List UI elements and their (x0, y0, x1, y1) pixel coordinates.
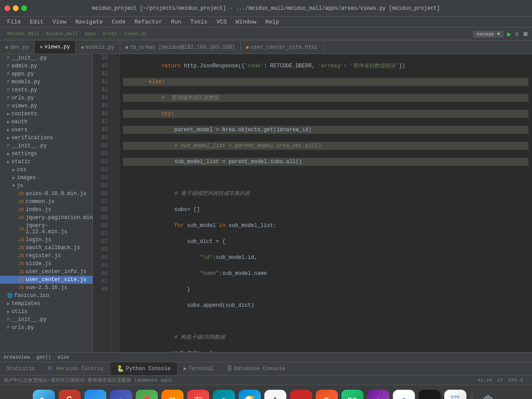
tab-label-models: models.py (86, 44, 114, 51)
breadcrumb-item-5[interactable]: views.py (124, 31, 147, 36)
sidebar-item-static[interactable]: ▶ static (0, 158, 93, 166)
dock-terminal[interactable]: >_ (419, 390, 441, 399)
tab-vc-label: Version Control (56, 366, 104, 372)
sidebar-item-contents[interactable]: ▶ contents (0, 110, 93, 118)
dock-ppt[interactable]: P (316, 390, 338, 399)
menu-refactor[interactable]: Refactor (131, 18, 165, 26)
code-text[interactable]: return http.JsonResponse({'code': RETCOD… (120, 54, 532, 352)
breadcrumb-sep-1: › (41, 31, 44, 36)
sidebar-item-init1[interactable]: P __init__.py (0, 54, 93, 62)
sidebar-item-tests[interactable]: P tests.py (0, 86, 93, 94)
sidebar-item-urls[interactable]: P urls.py (0, 94, 93, 102)
dock-app7[interactable]: 有 (187, 390, 209, 399)
menu-vcs[interactable]: VCS (213, 18, 230, 26)
tab-tb-areas[interactable]: tb_areas [meiduo@192.168.103.168] (120, 41, 241, 54)
code-line-47: # 将子级模型列表转成字典列表 (123, 190, 528, 198)
tab-views-py[interactable]: views.py (35, 41, 76, 54)
toolbar-icon-2[interactable]: ⏹ (522, 31, 528, 38)
menu-tools[interactable]: Tools (187, 18, 211, 26)
sidebar-item-ucsite[interactable]: JS user_center_site.js (0, 276, 93, 284)
sidebar-item-common[interactable]: JS common.js (0, 198, 93, 206)
run-button[interactable]: ▶ (507, 30, 512, 39)
sidebar-item-apps[interactable]: P apps.py (0, 70, 93, 78)
menu-edit[interactable]: Edit (26, 18, 47, 26)
tab-html[interactable]: user_center_site.html (241, 41, 323, 54)
sidebar-item-ucinfo[interactable]: JS user_center_info.js (0, 268, 93, 276)
breadcrumb-item-1[interactable]: meiduo_mall (7, 31, 39, 36)
menu-help[interactable]: Help (262, 18, 282, 26)
sidebar-item-register[interactable]: JS register.js (0, 252, 93, 260)
tab-models-py[interactable]: models.py (76, 41, 120, 54)
minimize-button[interactable] (13, 5, 19, 11)
dock-app8[interactable]: ⚙ (213, 390, 235, 399)
dock-pycharm[interactable]: PC (341, 390, 364, 399)
breadcrumb-item-4[interactable]: areas (102, 31, 117, 36)
sidebar-item-login[interactable]: JS login.js (0, 236, 93, 244)
code-editor[interactable]: 39 40 41 42 43 44 45 46 47 48 49 50 51 5… (93, 54, 532, 352)
code-line-44: # sub_model_list = parent_model.area_set… (123, 142, 528, 150)
dock-trash[interactable]: 🗑 (477, 390, 500, 399)
breadcrumb-sep-3: › (98, 31, 101, 36)
dock-launchpad[interactable]: ⧖ (161, 390, 184, 399)
menu-run[interactable]: Run (168, 18, 185, 26)
tab-statistic[interactable]: Statistic (0, 362, 42, 375)
sidebar-item-settings[interactable]: ▶ settings (0, 150, 93, 158)
sidebar-item-pagination[interactable]: JS jquery.pagination.min.js (0, 214, 93, 222)
tab-database-console[interactable]: 🗄 Database Console (221, 362, 292, 375)
sidebar-item-axios[interactable]: JS axios-0.18.0.min.js (0, 190, 93, 198)
menu-view[interactable]: View (49, 18, 70, 26)
titlebar: meiduo_project [~/projects/meiduo_projec… (0, 0, 532, 17)
sidebar-item-views[interactable]: P views.py (0, 102, 93, 110)
dock-preview[interactable]: 🖼 (444, 390, 466, 399)
sidebar-item-verifications[interactable]: ▶ verifications (0, 134, 93, 142)
sidebar-item-oauth-cb[interactable]: JS oauth_callback.js (0, 244, 93, 252)
dock-app14[interactable]: ◆ (367, 390, 389, 399)
sidebar-item-admin[interactable]: P admin.py (0, 62, 93, 70)
tab-terminal-icon: ▶ (184, 365, 187, 372)
sidebar-item-models[interactable]: P models.py (0, 78, 93, 86)
breadcrumb-item-2[interactable]: meiduo_mall (46, 31, 78, 36)
sidebar-item-users[interactable]: ▶ users (0, 126, 93, 134)
sidebar-item-utils[interactable]: ▶ utils (0, 308, 93, 316)
menu-code[interactable]: Code (108, 18, 129, 26)
dock-maps[interactable]: 📍 (136, 390, 158, 399)
sidebar-item-vue[interactable]: JS vue-2.5.16.js (0, 284, 93, 292)
toolbar-icon-1[interactable]: ⚙ (515, 30, 519, 38)
breadcrumb-item-3[interactable]: apps (84, 31, 96, 36)
sidebar-item-templates[interactable]: ▶ templates (0, 300, 93, 308)
tab-version-control[interactable]: 9: Version Control (42, 362, 110, 375)
sidebar-item-images[interactable]: ▶ images (0, 174, 93, 182)
dock-xcode[interactable]: ⚒ (84, 390, 106, 399)
dock-app11[interactable]: ✂ (290, 390, 312, 399)
project-breadcrumb: meiduo_mall › meiduo_mall › apps › areas… (4, 29, 471, 39)
menu-window[interactable]: Window (232, 18, 260, 26)
sidebar-item-init3[interactable]: P __init__.py (0, 316, 93, 324)
close-button[interactable] (4, 5, 10, 11)
sidebar-item-urls2[interactable]: P urls.py (0, 324, 93, 332)
dock-chrome[interactable] (393, 390, 415, 399)
tab-vc-num: 9: (48, 366, 54, 372)
maximize-button[interactable] (21, 5, 27, 11)
dock-app2[interactable]: G (59, 390, 81, 399)
menu-file[interactable]: File (4, 18, 24, 26)
dock-app4[interactable]: ◈ (110, 390, 132, 399)
breadcrumb-sep-c2: › (53, 355, 56, 360)
window-title: meiduo_project [~/projects/meiduo_projec… (92, 5, 440, 12)
statusbar: 用户中心之收货地址-省市区三级联动-查询城市或区县数据 (moments ago… (0, 375, 532, 385)
sidebar-item-slide[interactable]: JS slide.js (0, 260, 93, 268)
sidebar-item-favicon[interactable]: 🌐 favicon.ico (0, 292, 93, 300)
tab-terminal[interactable]: ▶ Terminal (177, 362, 221, 375)
dock-font-editor[interactable]: A (264, 390, 286, 399)
menu-navigate[interactable]: Navigate (72, 18, 106, 26)
sidebar-item-jquery[interactable]: JS jquery-1.12.4.min.js (0, 222, 93, 236)
tab-dev-py[interactable]: dev.py (0, 41, 35, 54)
tab-python-console[interactable]: 🐍 Python Console (110, 362, 177, 375)
sidebar-item-init2[interactable]: P __init__.py (0, 142, 93, 150)
sidebar-item-index[interactable]: JS index.js (0, 206, 93, 214)
sidebar-item-css[interactable]: ▶ css (0, 166, 93, 174)
sidebar-item-js[interactable]: ▼ js (0, 182, 93, 190)
sidebar-item-oauth[interactable]: ▶ oauth (0, 118, 93, 126)
dock-finder[interactable] (33, 390, 55, 399)
dock-safari[interactable]: 🧭 (239, 390, 261, 399)
manage-dropdown[interactable]: manage ▼ (473, 31, 504, 38)
